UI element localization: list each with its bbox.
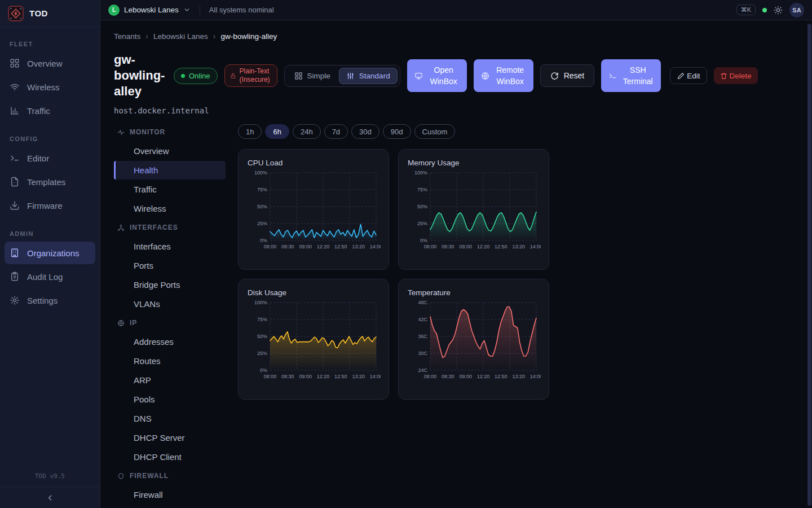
- edit-button[interactable]: Edit: [670, 67, 707, 84]
- sidebar-section-label: ADMIN: [0, 230, 100, 237]
- svg-text:42C: 42C: [418, 317, 427, 322]
- subnav-item-interfaces[interactable]: Interfaces: [114, 237, 226, 256]
- subnav-item-pools[interactable]: Pools: [114, 390, 226, 409]
- view-mode-standard-label: Standard: [359, 72, 390, 80]
- breadcrumb-tenants[interactable]: Tenants: [114, 32, 140, 41]
- command-palette-shortcut[interactable]: ⌘K: [736, 5, 756, 15]
- svg-text:13:20: 13:20: [512, 244, 525, 249]
- svg-text:08:30: 08:30: [281, 374, 294, 379]
- time-range-24h[interactable]: 24h: [293, 124, 321, 139]
- svg-text:36C: 36C: [418, 334, 427, 339]
- time-range-6h[interactable]: 6h: [265, 124, 289, 139]
- chart-card-disk-usage: Disk Usage 100%75%50%25%0%08:0008:3009:0…: [238, 279, 389, 400]
- sidebar-item-audit-log[interactable]: Audit Log: [5, 265, 95, 288]
- sidebar-item-organizations[interactable]: Organizations: [5, 242, 95, 264]
- app-logo-icon: [8, 6, 24, 21]
- time-range-7d[interactable]: 7d: [324, 124, 348, 139]
- svg-text:08:30: 08:30: [442, 374, 454, 379]
- time-range-30d[interactable]: 30d: [351, 124, 379, 139]
- delete-button[interactable]: Delete: [714, 67, 757, 84]
- subnav-item-dns[interactable]: DNS: [114, 409, 226, 428]
- sidebar-item-traffic[interactable]: Traffic: [5, 99, 95, 122]
- sidebar-item-label: Traffic: [27, 106, 50, 116]
- sidebar-item-settings[interactable]: Settings: [5, 289, 95, 312]
- breadcrumb-current: gw-bowling-alley: [220, 32, 277, 41]
- chevron-left-icon: [46, 494, 54, 502]
- reset-button[interactable]: Reset: [540, 64, 595, 87]
- subnav-item-addresses[interactable]: Addresses: [114, 332, 226, 351]
- view-mode-standard[interactable]: Standard: [339, 68, 398, 84]
- svg-text:09:00: 09:00: [459, 244, 472, 249]
- subnav-item-dhcp-server[interactable]: DHCP Server: [114, 428, 226, 447]
- chart-card-memory-usage: Memory Usage 100%75%50%25%0%08:0008:3009…: [398, 149, 549, 270]
- subnav-item-wireless[interactable]: Wireless: [114, 199, 226, 218]
- sidebar-section-label: FLEET: [0, 41, 100, 47]
- svg-text:25%: 25%: [417, 221, 427, 226]
- svg-text:08:30: 08:30: [442, 244, 454, 249]
- chart-title: Memory Usage: [408, 159, 540, 167]
- subnav-item-traffic[interactable]: Traffic: [114, 180, 226, 199]
- view-mode-simple[interactable]: Simple: [287, 68, 338, 84]
- chevron-down-icon: [183, 6, 191, 14]
- main-content: Tenants › Lebowski Lanes › gw-bowling-al…: [100, 20, 812, 508]
- time-range-custom[interactable]: Custom: [414, 124, 456, 139]
- svg-text:13:20: 13:20: [352, 244, 365, 249]
- subnav-item-bridge-ports[interactable]: Bridge Ports: [114, 275, 226, 294]
- subnav-item-dhcp-client[interactable]: DHCP Client: [114, 448, 226, 466]
- subnav-item-routes[interactable]: Routes: [114, 352, 226, 370]
- svg-text:12:20: 12:20: [317, 244, 330, 249]
- charts-column: 1h6h24h7d30d90dCustom CPU Load 100%75%50…: [238, 123, 549, 400]
- charts-grid: CPU Load 100%75%50%25%0%08:0008:3009:001…: [238, 149, 549, 400]
- device-host: host.docker.internal: [114, 106, 798, 115]
- sidebar-item-firmware[interactable]: Firmware: [5, 194, 95, 217]
- clipboard-icon: [10, 271, 20, 282]
- svg-text:12:50: 12:50: [334, 374, 347, 379]
- breadcrumb-tenant[interactable]: Lebowski Lanes: [153, 32, 208, 41]
- subnav-item-arp[interactable]: ARP: [114, 371, 226, 389]
- subnav-item-health[interactable]: Health: [114, 161, 226, 179]
- sidebar-collapse-button[interactable]: [0, 487, 100, 508]
- svg-text:12:20: 12:20: [477, 374, 490, 379]
- chart-card-cpu-load: CPU Load 100%75%50%25%0%08:0008:3009:001…: [238, 149, 389, 270]
- sidebar-item-label: Settings: [27, 296, 58, 305]
- line-chart: 100%75%50%25%0%08:0008:3009:0012:2012:50…: [248, 298, 381, 387]
- ssh-terminal-button[interactable]: SSH Terminal: [601, 59, 661, 92]
- topbar-divider: [200, 6, 200, 15]
- svg-text:14:00: 14:00: [530, 244, 541, 249]
- remote-winbox-button[interactable]: Remote WinBox: [474, 59, 533, 92]
- sidebar-item-templates[interactable]: Templates: [5, 170, 95, 193]
- refresh-icon: [550, 72, 559, 80]
- subnav-item-firewall[interactable]: Firewall: [114, 485, 226, 504]
- sidebar-item-wireless[interactable]: Wireless: [5, 76, 95, 98]
- subnav-group-label-interfaces: INTERFACES: [114, 218, 226, 237]
- svg-text:75%: 75%: [257, 317, 267, 322]
- subnav-item-ports[interactable]: Ports: [114, 256, 226, 275]
- time-range-90d[interactable]: 90d: [383, 124, 411, 139]
- svg-text:09:00: 09:00: [299, 374, 312, 379]
- pencil-icon: [677, 72, 685, 80]
- svg-text:0%: 0%: [260, 367, 267, 373]
- monitor-icon: [414, 72, 423, 80]
- sidebar: TOD FLEET Overview Wireless Traffic CONF…: [0, 0, 100, 508]
- grid-icon: [294, 72, 303, 80]
- subnav-group-label-ip: IP: [114, 314, 226, 332]
- sliders-icon: [346, 72, 355, 80]
- sidebar-item-overview[interactable]: Overview: [5, 52, 95, 75]
- svg-text:50%: 50%: [417, 204, 427, 209]
- scrollbar[interactable]: [807, 24, 811, 506]
- sidebar-item-label: Audit Log: [27, 272, 63, 282]
- time-range-1h[interactable]: 1h: [238, 124, 262, 139]
- sidebar-section: FLEET Overview Wireless Traffic: [0, 41, 100, 122]
- svg-text:13:20: 13:20: [352, 374, 365, 379]
- tenant-switcher[interactable]: L Lebowski Lanes: [108, 5, 191, 16]
- open-winbox-button[interactable]: Open WinBox: [407, 59, 467, 92]
- time-range-selector: 1h6h24h7d30d90dCustom: [238, 124, 549, 139]
- subnav-item-overview[interactable]: Overview: [114, 142, 226, 160]
- device-header: gw-bowling-alley Online Plain-Text (Inse…: [114, 52, 798, 99]
- theme-toggle-sun-icon[interactable]: [774, 6, 783, 15]
- subnav-item-mangle[interactable]: Mangle: [114, 505, 226, 508]
- sidebar-item-editor[interactable]: Editor: [5, 147, 95, 169]
- subnav-item-vlans[interactable]: VLANs: [114, 295, 226, 313]
- svg-text:08:00: 08:00: [424, 244, 437, 249]
- user-avatar[interactable]: SA: [789, 3, 804, 17]
